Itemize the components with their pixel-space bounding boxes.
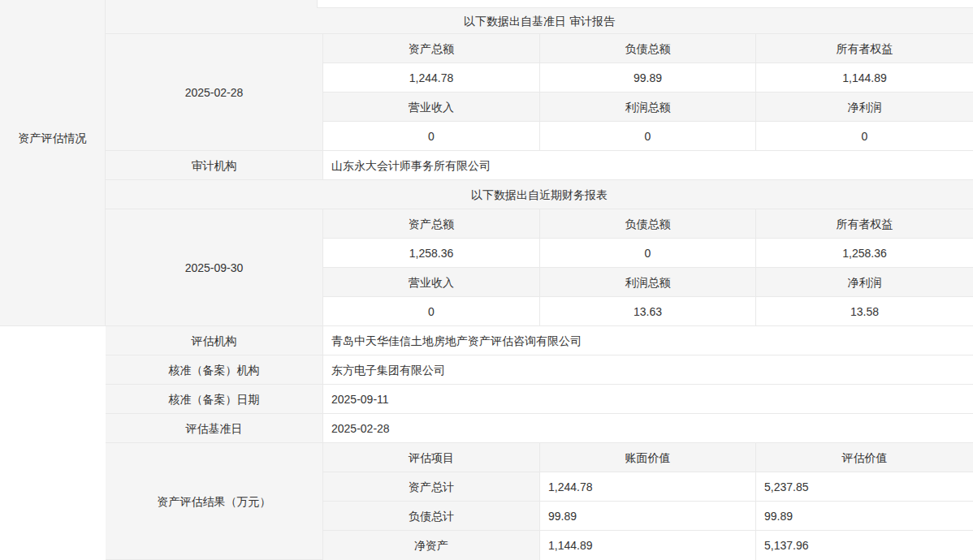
valuation-result-label: 资产评估结果（万元）: [106, 443, 323, 560]
recent-header-revenue: 营业收入: [323, 268, 540, 297]
audit-header-total-profit: 利润总额: [540, 93, 756, 122]
audit-header-net-profit: 净利润: [756, 93, 973, 122]
section-label-line1: 资产评估情况: [19, 130, 87, 146]
approval-date-value: 2025-09-11: [323, 385, 973, 414]
valuation-agency-label: 评估机构: [106, 326, 323, 355]
result-item-net-assets: 净资产: [323, 531, 540, 560]
recent-value-assets: 1,258.36: [323, 239, 540, 268]
recent-header-total-profit: 利润总额: [540, 268, 756, 297]
recent-header-assets: 资产总额: [323, 209, 540, 239]
valuation-agency-value: 青岛中天华佳信土地房地产资产评估咨询有限公司: [323, 326, 973, 355]
section-label-asset-valuation: 资产评估情况: [0, 0, 106, 234]
audit-value-net-profit: 0: [756, 122, 973, 151]
audit-header-liabilities: 负债总额: [540, 34, 756, 63]
audit-banner: 以下数据出自基准日 审计报告: [106, 8, 973, 34]
approval-agency-value: 东方电子集团有限公司: [323, 355, 973, 385]
auditor-label: 审计机构: [106, 151, 323, 180]
approval-date-label: 核准（备案）日期: [106, 385, 323, 414]
recent-value-net-profit: 13.58: [756, 297, 973, 326]
result-item-total-liabilities: 负债总计: [323, 502, 540, 531]
result-item-total-assets: 资产总计: [323, 472, 540, 502]
financial-disclosure-table: 主要财务指标 （万元） 资产评估情况 以下数据出自基准日 审计报告 2025-0…: [0, 0, 973, 560]
audit-header-revenue: 营业收入: [323, 93, 540, 122]
recent-banner: 以下数据出自近期财务报表: [106, 180, 973, 209]
recent-value-revenue: 0: [323, 297, 540, 326]
top-partial-row-left: [106, 0, 317, 8]
audit-header-equity: 所有者权益: [756, 34, 973, 63]
result-book-net-assets: 1,144.89: [540, 531, 756, 560]
approval-agency-label: 核准（备案）机构: [106, 355, 323, 385]
recent-value-total-profit: 13.63: [540, 297, 756, 326]
recent-date: 2025-09-30: [106, 209, 323, 326]
result-header-book-value: 账面价值: [540, 443, 756, 472]
result-book-total-liabilities: 99.89: [540, 502, 756, 531]
valuation-base-date-label: 评估基准日: [106, 414, 323, 443]
audit-date: 2025-02-28: [106, 34, 323, 151]
audit-value-liabilities: 99.89: [540, 63, 756, 93]
valuation-base-date-value: 2025-02-28: [323, 414, 973, 443]
recent-header-liabilities: 负债总额: [540, 209, 756, 239]
result-header-appraised-value: 评估价值: [756, 443, 973, 472]
audit-value-assets: 1,244.78: [323, 63, 540, 93]
audit-value-total-profit: 0: [540, 122, 756, 151]
recent-value-equity: 1,258.36: [756, 239, 973, 268]
result-appraised-net-assets: 5,137.96: [756, 531, 973, 560]
auditor-name: 山东永大会计师事务所有限公司: [323, 151, 973, 180]
result-header-item: 评估项目: [323, 443, 540, 472]
audit-value-equity: 1,144.89: [756, 63, 973, 93]
result-appraised-total-assets: 5,237.85: [756, 472, 973, 502]
audit-value-revenue: 0: [323, 122, 540, 151]
top-partial-row: [317, 0, 973, 8]
result-appraised-total-liabilities: 99.89: [756, 502, 973, 531]
recent-header-equity: 所有者权益: [756, 209, 973, 239]
result-book-total-assets: 1,244.78: [540, 472, 756, 502]
audit-header-assets: 资产总额: [323, 34, 540, 63]
recent-value-liabilities: 0: [540, 239, 756, 268]
recent-header-net-profit: 净利润: [756, 268, 973, 297]
